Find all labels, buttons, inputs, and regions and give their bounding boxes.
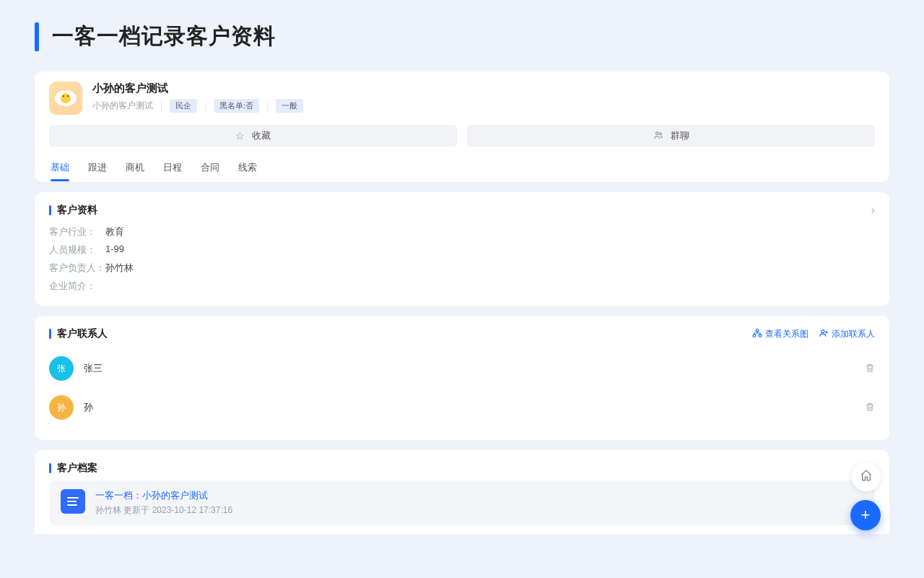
profile-row-scale: 人员规模： 1-99 [49, 243, 875, 256]
profile-label: 客户负责人： [49, 262, 105, 275]
file-meta: 孙竹林 更新于 2023-10-12 17:37:16 [95, 504, 232, 517]
tab-contract[interactable]: 合同 [201, 157, 219, 181]
profile-label: 人员规模： [49, 243, 105, 256]
view-relationship-label: 查看关系图 [765, 328, 808, 340]
contact-avatar: 张 [49, 356, 74, 381]
contacts-section-title: 客户联系人 [57, 327, 108, 340]
customer-name: 小孙的客户测试 [92, 82, 875, 95]
tab-basic[interactable]: 基础 [51, 157, 69, 181]
add-contact-button[interactable]: 添加联系人 [819, 328, 875, 340]
profile-value: 教育 [105, 225, 124, 238]
divider: | [160, 101, 162, 111]
favorite-label: 收藏 [252, 129, 271, 142]
home-fab-button[interactable] [852, 462, 881, 491]
file-item[interactable]: 一客一档：小孙的客户测试 孙竹林 更新于 2023-10-12 17:37:16 [49, 480, 875, 525]
add-fab-button[interactable]: + [850, 500, 881, 530]
profile-row-owner: 客户负责人： 孙竹林 [49, 262, 875, 275]
group-chat-label: 群聊 [671, 129, 689, 142]
page-title: 一客一档记录客户资料 [52, 22, 276, 51]
customer-header-card: 小孙的客户测试 小孙的客户测试 | 民企 | 黑名单:否 | 一般 ☆ 收藏 [35, 72, 889, 182]
divider: | [204, 101, 206, 111]
svg-point-0 [655, 131, 658, 134]
profile-row-industry: 客户行业： 教育 [49, 225, 875, 238]
view-relationship-button[interactable]: 查看关系图 [752, 328, 808, 340]
tag-enterprise-type: 民企 [170, 99, 197, 113]
contact-name: 孙 [84, 401, 93, 414]
tab-opportunity[interactable]: 商机 [126, 157, 144, 181]
tab-bar: 基础 跟进 商机 日程 合同 线索 [49, 157, 875, 182]
delete-contact-button[interactable] [865, 363, 875, 375]
tag-blacklist: 黑名单:否 [214, 99, 259, 113]
plus-icon: + [861, 506, 871, 525]
customer-avatar [49, 82, 82, 115]
section-accent-bar [49, 205, 51, 215]
document-icon [61, 489, 85, 514]
tab-leads[interactable]: 线索 [238, 157, 257, 181]
group-chat-button[interactable]: 群聊 [467, 125, 875, 147]
svg-point-1 [659, 132, 661, 134]
profile-value: 1-99 [105, 243, 124, 256]
tab-followup[interactable]: 跟进 [88, 157, 107, 181]
delete-contact-button[interactable] [865, 402, 875, 414]
customer-subtitle: 小孙的客户测试 [92, 100, 153, 112]
tab-schedule[interactable]: 日程 [163, 157, 182, 181]
group-icon [653, 130, 663, 142]
svg-rect-2 [756, 329, 759, 331]
person-plus-icon [819, 328, 829, 340]
section-accent-bar [49, 329, 51, 339]
tag-level: 一般 [276, 99, 303, 113]
divider: | [266, 101, 269, 111]
profile-value: 孙竹林 [105, 262, 134, 275]
home-icon [860, 469, 873, 485]
star-icon: ☆ [235, 130, 245, 142]
files-section-title: 客户档案 [57, 462, 97, 475]
add-contact-label: 添加联系人 [832, 328, 875, 340]
title-accent-bar [35, 22, 39, 51]
favorite-button[interactable]: ☆ 收藏 [49, 125, 457, 147]
profile-label: 客户行业： [49, 225, 105, 238]
customer-profile-section: 客户资料 › 客户行业： 教育 人员规模： 1-99 客户负责人： 孙竹林 [35, 192, 889, 306]
file-name[interactable]: 一客一档：小孙的客户测试 [95, 489, 232, 502]
contact-row[interactable]: 张 张三 [49, 349, 875, 388]
svg-rect-4 [759, 335, 762, 337]
svg-rect-3 [753, 335, 756, 337]
chevron-right-icon[interactable]: › [871, 204, 875, 217]
customer-files-section: 客户档案 一客一档：小孙的客户测试 孙竹林 更新于 2023-10-12 17:… [35, 450, 889, 534]
svg-point-5 [821, 329, 824, 332]
contact-row[interactable]: 孙 孙 [49, 388, 875, 427]
profile-section-title: 客户资料 [57, 204, 97, 217]
section-accent-bar [49, 463, 51, 473]
contact-avatar: 孙 [49, 395, 74, 420]
profile-row-intro: 企业简介： [49, 280, 875, 293]
contact-name: 张三 [84, 362, 103, 375]
page-title-wrap: 一客一档记录客户资料 [35, 22, 889, 51]
profile-label: 企业简介： [49, 280, 105, 293]
graph-icon [752, 328, 762, 340]
customer-contacts-section: 客户联系人 查看关系图 添加联系人 [35, 316, 889, 440]
